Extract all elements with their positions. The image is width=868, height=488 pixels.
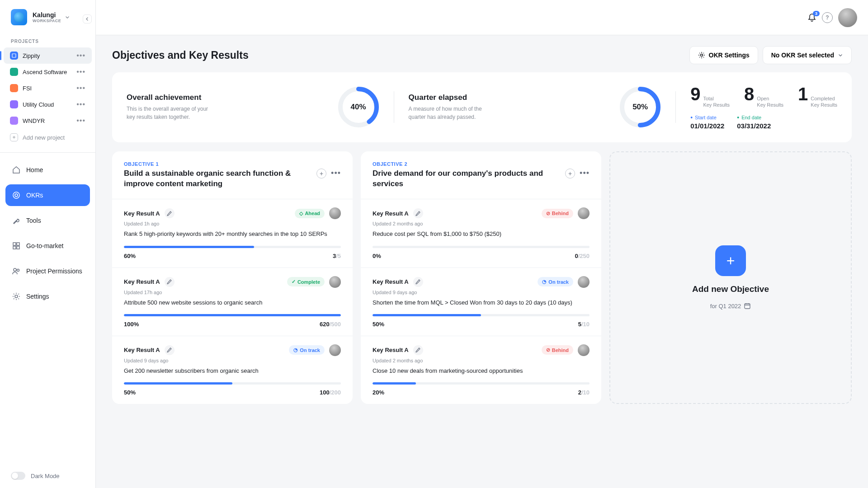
nav-okrs[interactable]: OKRs (5, 184, 90, 206)
help-button[interactable]: ? (822, 12, 833, 23)
project-label: FSI (23, 85, 76, 92)
stat-num: 1 (798, 85, 808, 103)
nav-tools[interactable]: Tools (5, 210, 90, 231)
svg-rect-6 (17, 246, 19, 249)
plus-icon: + (10, 133, 18, 141)
overall-donut: 40% (338, 86, 379, 128)
kr-name: Key Result A (373, 210, 409, 217)
progress-pct: 50% (124, 389, 136, 396)
dark-mode-toggle[interactable] (11, 472, 25, 480)
notifications-button[interactable]: 3 (807, 13, 816, 22)
owner-avatar[interactable] (578, 207, 590, 219)
plus-icon: + (715, 245, 746, 276)
svg-rect-3 (13, 243, 16, 245)
more-icon[interactable]: ••• (76, 68, 85, 76)
progress-fraction: 0/250 (575, 253, 590, 259)
more-icon[interactable]: ••• (76, 84, 85, 92)
dark-mode-label: Dark Mode (31, 473, 60, 479)
svg-point-10 (700, 54, 703, 56)
progress-bar (124, 314, 341, 316)
nav-gtm[interactable]: Go-to-market (5, 235, 90, 257)
notification-badge: 3 (813, 11, 820, 16)
progress-bar (373, 246, 590, 248)
edit-kr-button[interactable] (165, 277, 175, 287)
edit-kr-button[interactable] (165, 345, 175, 355)
more-icon[interactable]: ••• (331, 169, 341, 178)
project-item-utility-cloud[interactable]: Utility Cloud ••• (4, 96, 92, 113)
nav-settings[interactable]: Settings (5, 286, 90, 307)
nav-home[interactable]: Home (5, 159, 90, 181)
pencil-icon (167, 347, 172, 352)
progress-fraction: 2/10 (578, 389, 590, 396)
key-result: Key Result A ⊘Behind Updated 2 months ag… (361, 199, 601, 267)
add-project-button[interactable]: + Add new project (0, 129, 95, 146)
owner-avatar[interactable] (329, 207, 341, 219)
nav-label: Home (26, 166, 43, 174)
more-icon[interactable]: ••• (76, 100, 85, 108)
overall-desc: This is the overall average of your key … (127, 105, 212, 121)
more-icon[interactable]: ••• (76, 117, 85, 125)
project-item-ascend[interactable]: Ascend Software ••• (4, 64, 92, 80)
progress-pct: 100% (124, 321, 139, 328)
svg-point-1 (13, 192, 19, 198)
key-result: Key Result A ✓Complete Updated 17h ago A… (112, 267, 353, 336)
svg-point-9 (15, 295, 18, 298)
nav-permissions[interactable]: Project Permissions (5, 260, 90, 282)
edit-kr-button[interactable] (413, 345, 423, 355)
topbar: 3 ? (96, 0, 868, 35)
kr-updated: Updated 17h ago (124, 290, 341, 295)
status-icon: ◔ (293, 347, 298, 353)
workspace-avatar (11, 9, 27, 25)
owner-avatar[interactable] (578, 276, 590, 288)
owner-avatar[interactable] (578, 344, 590, 356)
svg-point-8 (17, 269, 19, 272)
okr-settings-button[interactable]: OKR Settings (689, 46, 758, 64)
grid-icon (12, 241, 21, 250)
add-kr-button[interactable]: + (316, 169, 326, 178)
collapse-sidebar-button[interactable] (83, 14, 92, 23)
more-icon[interactable]: ••• (76, 52, 85, 60)
users-icon (12, 267, 21, 276)
add-kr-button[interactable]: + (565, 169, 575, 178)
progress-pct: 60% (124, 253, 136, 259)
owner-avatar[interactable] (329, 276, 341, 288)
project-label: Ascend Software (23, 69, 76, 75)
progress-pct: 20% (373, 389, 384, 396)
project-item-wndyr[interactable]: WNDYR ••• (4, 113, 92, 129)
edit-kr-button[interactable] (413, 208, 423, 218)
selector-label: No OKR Set selected (771, 52, 834, 59)
project-item-zippity[interactable]: Zippity ••• (4, 47, 92, 64)
user-avatar[interactable] (838, 8, 857, 27)
progress-bar (124, 246, 341, 248)
progress-bar (373, 382, 590, 385)
key-result: Key Result A ⊘Behind Updated 2 months ag… (361, 336, 601, 404)
question-icon: ? (826, 14, 829, 21)
kr-description: Rank 5 high-priority keywords with 20+ m… (124, 230, 341, 238)
page-title: Objectives and Key Results (112, 49, 689, 61)
add-objective-card[interactable]: + Add new Objective for Q1 2022 (609, 151, 852, 404)
status-icon: ⊘ (546, 211, 550, 216)
pencil-icon (167, 211, 172, 216)
svg-rect-5 (13, 246, 16, 249)
edit-kr-button[interactable] (165, 208, 175, 218)
svg-point-2 (15, 194, 18, 197)
workspace-name: Kalungi (33, 11, 61, 19)
okr-set-selector[interactable]: No OKR Set selected (763, 46, 852, 64)
key-result: Key Result A ◔On track Updated 9 days ag… (112, 336, 353, 404)
kr-updated: Updated 2 months ago (373, 221, 590, 226)
progress-bar (124, 382, 341, 385)
svg-rect-15 (745, 304, 750, 309)
workspace-switcher[interactable]: Kalungi WORKSPACE (0, 0, 95, 33)
owner-avatar[interactable] (329, 344, 341, 356)
project-item-fsi[interactable]: FSI ••• (4, 80, 92, 96)
calendar-icon (744, 302, 751, 310)
edit-kr-button[interactable] (413, 277, 423, 287)
status-badge: ⊘Behind (542, 209, 573, 218)
gear-icon (12, 292, 21, 301)
key-result: Key Result A ◇Ahead Updated 1h ago Rank … (112, 199, 353, 267)
status-badge: ✓Complete (287, 277, 325, 286)
progress-pct: 0% (373, 253, 381, 259)
quarter-title: Quarter elapsed (409, 93, 611, 102)
overall-pct: 40% (338, 86, 379, 128)
more-icon[interactable]: ••• (580, 169, 590, 178)
